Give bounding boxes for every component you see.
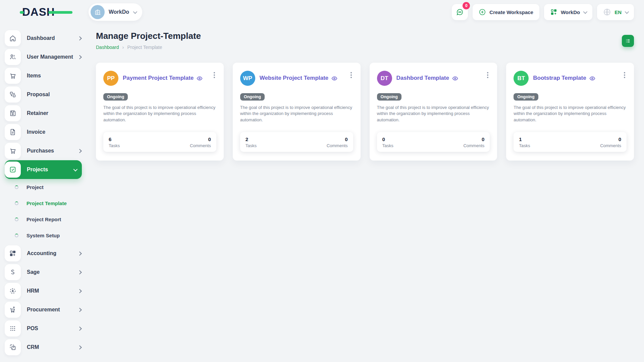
cart-arrow-icon (5, 302, 21, 318)
home-icon (5, 30, 21, 46)
chevron-right-icon (78, 250, 81, 256)
card-title-link[interactable]: Bootstrap Template (533, 75, 586, 81)
chevron-down-icon (133, 9, 138, 14)
sidebar-item-dashboard[interactable]: Dashboard (5, 29, 87, 48)
app-logo[interactable]: DASH (22, 6, 72, 18)
sidebar-item-hrm[interactable]: HRM (5, 282, 87, 300)
submenu-item-system-setup[interactable]: System Setup (5, 227, 87, 243)
card-stats: 0 Tasks 0 Comments (377, 132, 490, 152)
tasks-count: 1 (519, 136, 530, 142)
tasks-label: Tasks (109, 143, 120, 148)
submenu-item-project[interactable]: Project (5, 179, 87, 195)
swap-squares-icon (5, 86, 21, 103)
eye-icon[interactable] (331, 75, 338, 82)
comments-count: 0 (190, 136, 211, 142)
check-square-icon (5, 162, 21, 178)
sidebar-item-pos[interactable]: POS (5, 319, 87, 338)
eye-icon[interactable] (452, 75, 459, 82)
chevron-down-icon (73, 167, 76, 173)
sidebar-item-procurement[interactable]: Procurement (5, 300, 87, 319)
breadcrumb-separator: › (122, 44, 124, 50)
sidebar-item-invoice[interactable]: Invoice (5, 123, 87, 141)
workspace-name: WorkDo (109, 9, 129, 15)
comments-label: Comments (463, 143, 484, 148)
sidebar-item-label: Invoice (27, 129, 45, 135)
bullet-ring-icon (15, 218, 18, 221)
chevron-right-icon (78, 35, 81, 41)
sidebar-item-user-management[interactable]: User Management (5, 48, 87, 66)
sidebar-item-proposal[interactable]: Proposal (5, 85, 87, 104)
grid-plus-icon (5, 245, 21, 261)
building-icon (91, 5, 105, 19)
sidebar-item-items[interactable]: Items (5, 66, 87, 85)
cart-icon (5, 143, 21, 159)
app-switcher-button[interactable]: WorkDo (544, 4, 592, 20)
sidebar-item-label: Accounting (27, 250, 56, 256)
topbar: DASH WorkDo 0 (0, 0, 644, 24)
eye-icon[interactable] (196, 75, 203, 82)
card-title-link[interactable]: Website Project Template (260, 75, 328, 81)
kebab-menu-icon[interactable] (486, 71, 490, 79)
logo-accent-bar (48, 11, 72, 14)
sidebar-item-purchases[interactable]: Purchases (5, 141, 87, 160)
chevron-right-icon (78, 325, 81, 331)
avatar: WP (240, 71, 255, 86)
kebab-menu-icon[interactable] (212, 71, 216, 79)
kebab-menu-icon[interactable] (623, 71, 627, 79)
project-template-card: WP Website Project Template Ongoing The … (233, 63, 361, 161)
sidebar-item-label: HRM (27, 288, 39, 294)
sidebar-item-label: User Management (27, 54, 73, 60)
submenu-item-project-template[interactable]: Project Template (5, 195, 87, 211)
card-description: The goal of this project is to improve o… (240, 105, 353, 123)
cart-icon (5, 68, 21, 84)
sidebar-item-label: Proposal (27, 92, 50, 98)
frames-icon (5, 339, 21, 355)
chevron-right-icon (78, 54, 81, 60)
breadcrumb: Dashboard › Project Template (96, 44, 201, 50)
chevron-right-icon (78, 269, 81, 275)
plus-circle-icon (479, 8, 486, 16)
comments-label: Comments (600, 143, 621, 148)
card-title-link[interactable]: Dashbord Template (396, 75, 449, 81)
status-badge: Ongoing (103, 93, 128, 101)
sidebar-item-projects[interactable]: Projects (5, 160, 82, 179)
create-workspace-label: Create Workspace (489, 9, 533, 15)
workspace-switcher[interactable]: WorkDo (89, 3, 142, 21)
sidebar-item-label: Purchases (27, 148, 54, 154)
sidebar-item-retainer[interactable]: Retainer (5, 104, 87, 123)
project-template-card: DT Dashbord Template Ongoing The goal of… (370, 63, 497, 161)
sidebar-item-accounting[interactable]: Accounting (5, 244, 87, 263)
save-icon (5, 105, 21, 121)
status-badge: Ongoing (514, 93, 538, 101)
eye-icon[interactable] (589, 75, 596, 82)
app-switcher-label: WorkDo (561, 9, 580, 15)
bullet-ring-icon (15, 201, 18, 205)
notification-badge: 0 (463, 2, 470, 9)
sidebar-item-label: Projects (27, 167, 48, 173)
tasks-count: 0 (382, 136, 393, 142)
create-workspace-button[interactable]: Create Workspace (473, 4, 539, 20)
breadcrumb-dashboard-link[interactable]: Dashboard (96, 45, 119, 50)
list-view-toggle-button[interactable] (622, 35, 634, 47)
chevron-down-icon (583, 9, 588, 14)
globe-icon (603, 8, 611, 16)
submenu-item-label: Project (26, 184, 44, 190)
card-title-link[interactable]: Payment Project Template (123, 75, 194, 81)
messages-button[interactable]: 0 (452, 4, 468, 20)
status-badge: Ongoing (240, 93, 265, 101)
card-stats: 2 Tasks 0 Comments (240, 132, 353, 152)
comments-count: 0 (327, 136, 348, 142)
bullet-ring-icon (15, 234, 18, 237)
submenu-item-project-report[interactable]: Project Report (5, 211, 87, 227)
tasks-label: Tasks (382, 143, 393, 148)
document-icon (5, 124, 21, 140)
sidebar-item-crm[interactable]: CRM (5, 338, 87, 357)
topbar-actions: 0 Create Workspace WorkDo (452, 4, 634, 20)
dots-grid-icon (5, 320, 21, 337)
chevron-down-icon (625, 9, 629, 14)
sidebar-item-sage[interactable]: Sage (5, 263, 87, 282)
sidebar-item-label: Sage (27, 269, 40, 275)
bullet-ring-icon (15, 185, 18, 189)
language-selector[interactable]: EN (597, 4, 634, 20)
kebab-menu-icon[interactable] (349, 71, 353, 79)
